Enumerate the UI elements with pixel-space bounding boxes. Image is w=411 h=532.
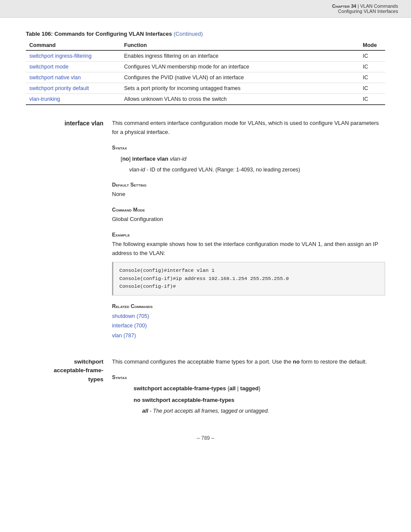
cmd-cell: switchport native vlan	[26, 72, 121, 83]
func-cell: Sets a port priority for incoming untagg…	[121, 83, 359, 94]
header-title: VLAN Commands	[360, 3, 398, 9]
table-row: switchport native vlanConfigures the PVI…	[26, 72, 385, 83]
switchport-syntax-label: Syntax	[112, 373, 385, 382]
func-cell: Configures the PVID (native VLAN) of an …	[121, 72, 359, 83]
cmd-cell: switchport priority default	[26, 83, 121, 94]
chapter-label: Chapter 34	[332, 3, 356, 9]
mode-cell: IC	[359, 94, 385, 105]
table-row: vlan-trunkingAllows unknown VLANs to cro…	[26, 94, 385, 105]
syntax-line-main: [no] interface vlan vlan-id	[121, 155, 385, 164]
default-setting-value: None	[112, 190, 385, 199]
command-table: Command Function Mode switchport ingress…	[26, 40, 385, 105]
switchport-syntax-main: switchport acceptable-frame-types {all |…	[134, 384, 385, 415]
cmd-cell: switchport mode	[26, 62, 121, 72]
related-command-link[interactable]: shutdown (705)	[112, 311, 385, 321]
table-caption-continued: (Continued)	[174, 31, 203, 37]
table-caption-bold: Table 106: Commands for Configuring VLAN…	[26, 31, 172, 37]
example-label: Example	[112, 231, 385, 239]
col-header-function: Function	[121, 40, 359, 50]
func-cell: Configures VLAN membership mode for an i…	[121, 62, 359, 72]
interface-vlan-section: interface vlan This command enters inter…	[26, 119, 385, 340]
section-body-interface-vlan: This command enters interface configurat…	[112, 119, 385, 340]
related-commands-label: Related Commands	[112, 302, 385, 311]
default-setting-label: Default Setting	[112, 181, 385, 189]
col-header-mode: Mode	[359, 40, 385, 50]
interface-vlan-desc: This command enters interface configurat…	[112, 119, 385, 137]
switchport-desc: This command configures the acceptable f…	[112, 358, 385, 367]
page-number: – 789 –	[26, 435, 385, 441]
cmd-cell: switchport ingress-filtering	[26, 50, 121, 62]
command-mode-label: Command Mode	[112, 206, 385, 214]
header-separator: |	[356, 3, 360, 9]
mode-cell: IC	[359, 83, 385, 94]
related-command-link[interactable]: interface (700)	[112, 321, 385, 331]
example-desc: The following example shows how to set t…	[112, 240, 385, 258]
switchport-acceptable-section: switchport acceptable-frame- types This …	[26, 358, 385, 418]
page-header: Chapter 34 | VLAN Commands Configuring V…	[0, 0, 411, 18]
cmd-cell: vlan-trunking	[26, 94, 121, 105]
param-all: all - The port accepts all frames, tagge…	[142, 407, 385, 415]
related-command-link[interactable]: vlan (787)	[112, 331, 385, 341]
table-caption: Table 106: Commands for Configuring VLAN…	[26, 31, 385, 37]
header-subtitle: Configuring VLAN Interfaces	[0, 9, 398, 14]
col-header-command: Command	[26, 40, 121, 50]
section-body-switchport: This command configures the acceptable f…	[112, 358, 385, 418]
related-links-container: shutdown (705)interface (700)vlan (787)	[112, 311, 385, 341]
table-row: switchport modeConfigures VLAN membershi…	[26, 62, 385, 72]
func-cell: Allows unknown VLANs to cross the switch	[121, 94, 359, 105]
section-term-interface-vlan: interface vlan	[26, 119, 112, 340]
mode-cell: IC	[359, 62, 385, 72]
command-mode-value: Global Configuration	[112, 215, 385, 224]
section-term-switchport: switchport acceptable-frame- types	[26, 358, 112, 418]
page-content: Table 106: Commands for Configuring VLAN…	[0, 18, 411, 458]
syntax-label: Syntax	[112, 144, 385, 152]
code-block: Console(config)#interface vlan 1 Console…	[112, 262, 385, 295]
mode-cell: IC	[359, 72, 385, 83]
syntax-block: [no] interface vlan vlan-id vlan-id - ID…	[121, 155, 385, 174]
mode-cell: IC	[359, 50, 385, 62]
table-row: switchport priority defaultSets a port p…	[26, 83, 385, 94]
table-row: switchport ingress-filteringEnables ingr…	[26, 50, 385, 62]
param-vlan-id: vlan-id - ID of the configured VLAN. (Ra…	[129, 165, 385, 174]
related-commands: Related Commands shutdown (705)interface…	[112, 302, 385, 341]
switchport-syntax-block: switchport acceptable-frame-types {all |…	[121, 384, 385, 415]
func-cell: Enables ingress filtering on an interfac…	[121, 50, 359, 62]
